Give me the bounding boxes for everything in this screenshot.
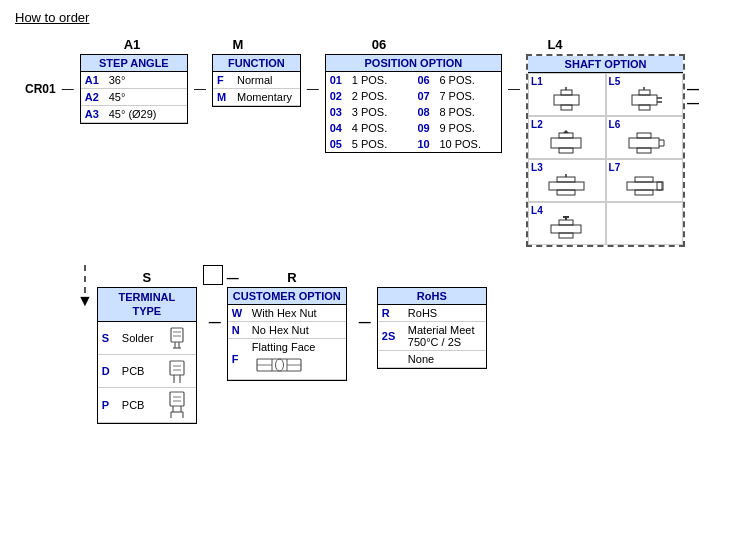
position-box: POSITION OPTION 011 POS. 022 POS. 033 PO… [325, 54, 502, 153]
svg-rect-15 [637, 133, 651, 138]
customer-header: CUSTOMER OPTION [228, 288, 346, 305]
list-item: 066 POS. [413, 72, 501, 88]
shaft-cell-l6: L6 [606, 116, 684, 159]
label-r: R [237, 270, 347, 285]
shaft-img-l7 [617, 173, 672, 199]
shaft-code-l4: L4 [531, 205, 543, 216]
shaft-code-l7: L7 [609, 162, 621, 173]
function-table: F Normal M Momentary [213, 72, 300, 106]
dash4: — [508, 82, 520, 96]
dash3: — [307, 82, 319, 96]
label-a1: A1 [77, 37, 187, 52]
shaft-outer-box: SHAFT OPTION L1 L5 [526, 54, 685, 247]
shaft-code-l6: L6 [609, 119, 621, 130]
val-m: Momentary [233, 89, 300, 106]
code-s: S [98, 322, 118, 355]
val-2s: Material Meet 750°C / 2S [404, 322, 486, 351]
terminal-header: TERMINAL TYPE [98, 288, 196, 322]
val-a3: 45° (Ø29) [105, 106, 187, 123]
list-item: 022 POS. [326, 88, 414, 104]
val-a2: 45° [105, 89, 187, 106]
svg-rect-12 [559, 148, 573, 153]
shaft-cell-l1: L1 [528, 73, 606, 116]
cr01-label: CR01 [25, 82, 56, 96]
dashed-line-v [84, 265, 86, 293]
svg-point-57 [275, 359, 283, 371]
code-a1: A1 [81, 72, 105, 89]
code-m: M [213, 89, 233, 106]
list-item: 011 POS. [326, 72, 414, 88]
code-f-cust: F [228, 339, 248, 380]
bottom-dash: — [227, 271, 233, 285]
svg-rect-20 [549, 182, 584, 190]
table-row: R RoHS [378, 305, 486, 322]
bottom-boxes-row: TERMINAL TYPE S Solder [97, 287, 493, 424]
rohs-header: RoHS [378, 288, 486, 305]
label-with-hex: With Hex Nut [248, 305, 346, 322]
svg-rect-33 [171, 328, 183, 342]
pos-right-col: 066 POS. 077 POS. 088 POS. 099 POS. 1010… [413, 72, 501, 152]
list-item: 033 POS. [326, 104, 414, 120]
function-header: FUNCTION [213, 55, 300, 72]
rohs-table: R RoHS 2S Material Meet 750°C / 2S None [378, 305, 486, 368]
step-angle-header: STEP ANGLE [81, 55, 187, 72]
svg-rect-16 [637, 148, 651, 153]
table-row: W With Hex Nut [228, 305, 346, 322]
shaft-img-l4 [539, 216, 594, 242]
customer-table: W With Hex Nut N No Hex Nut F Flatting F… [228, 305, 346, 380]
position-grid: 011 POS. 022 POS. 033 POS. 044 POS. 055 … [326, 72, 501, 152]
shaft-cell-l4: L4 [528, 202, 606, 245]
bottom-dash3: — [359, 315, 371, 329]
svg-rect-39 [170, 361, 184, 375]
label-l4: L4 [475, 37, 635, 52]
svg-rect-14 [629, 138, 659, 148]
code-d: D [98, 354, 118, 387]
label-solder: Solder [118, 322, 161, 355]
code-w: W [228, 305, 248, 322]
customer-square [203, 265, 223, 285]
code-r: R [378, 305, 404, 322]
list-item: 077 POS. [413, 88, 501, 104]
svg-rect-25 [635, 177, 653, 182]
table-row: S Solder [98, 322, 196, 355]
val-none: None [404, 351, 486, 368]
svg-rect-32 [563, 216, 569, 218]
code-n: N [228, 322, 248, 339]
terminal-box: TERMINAL TYPE S Solder [97, 287, 197, 424]
table-row: D PCB [98, 354, 196, 387]
label-m: M [193, 37, 283, 52]
function-box: FUNCTION F Normal M Momentary [212, 54, 301, 107]
top-row: CR01 — STEP ANGLE A1 36° A2 45° A3 45° (… [25, 54, 714, 247]
shaft-code-l3: L3 [531, 162, 543, 173]
bottom-boxes-area: S — R TERMINAL TYPE S Sold [97, 265, 493, 424]
shaft-cell-empty [606, 202, 684, 245]
label-no-hex: No Hex Nut [248, 322, 346, 339]
list-item: 088 POS. [413, 104, 501, 120]
shaft-cell-l7: L7 [606, 159, 684, 202]
shaft-img-l2 [539, 130, 594, 156]
table-row: A2 45° [81, 89, 187, 106]
table-row: 2S Material Meet 750°C / 2S [378, 322, 486, 351]
bottom-labels-row: S — R [97, 265, 493, 285]
svg-rect-4 [632, 95, 657, 105]
terminal-table: S Solder [98, 322, 196, 423]
table-row: A1 36° [81, 72, 187, 89]
svg-rect-6 [639, 105, 650, 110]
dash1: — [62, 82, 74, 96]
trailing-dash: — — [687, 82, 714, 110]
step-angle-box: STEP ANGLE A1 36° A2 45° A3 45° (Ø29) [80, 54, 188, 124]
code-a2: A2 [81, 89, 105, 106]
bottom-dash2: — [209, 315, 221, 329]
shaft-cell-l5: L5 [606, 73, 684, 116]
code-f: F [213, 72, 233, 89]
code-2s: 2S [378, 322, 404, 351]
table-row: None [378, 351, 486, 368]
shaft-img-l5 [617, 87, 672, 113]
list-item: 044 POS. [326, 120, 414, 136]
shaft-header: SHAFT OPTION [528, 56, 683, 73]
table-row: F Flatting Face [228, 339, 346, 380]
pos-left-col: 011 POS. 022 POS. 033 POS. 044 POS. 055 … [326, 72, 414, 152]
shaft-img-l3 [539, 173, 594, 199]
label-s: S [97, 270, 197, 285]
shaft-cell-l3: L3 [528, 159, 606, 202]
